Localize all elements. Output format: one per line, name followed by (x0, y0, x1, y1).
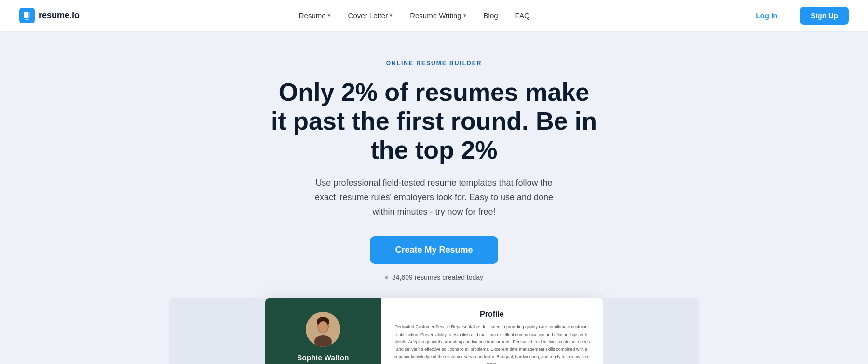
main-header: resume.io Resume ▾ Cover Letter ▾ Resume… (0, 0, 868, 31)
resume-right-panel: Profile Dedicated Customer Service Repre… (381, 298, 603, 364)
hero-section: ONLINE RESUME BUILDER Only 2% of resumes… (0, 31, 868, 364)
resume-profile-text: Dedicated Customer Service Representativ… (393, 324, 591, 364)
nav-divider (792, 9, 792, 22)
resume-bg-left (169, 298, 265, 364)
login-button[interactable]: Log In (749, 8, 784, 24)
nav-item-blog[interactable]: Blog (477, 8, 505, 24)
resume-bg-right (603, 298, 699, 364)
resume-person-name: Sophie Walton (297, 353, 349, 362)
svg-rect-2 (24, 12, 30, 18)
avatar-image (306, 312, 340, 347)
resume-preview-wrapper: Sophie Walton CUSTOMER SERVICEREPRESENTA… (10, 298, 858, 364)
logo[interactable]: resume.io (19, 8, 80, 23)
resume-count: 34,609 resumes created today (10, 273, 858, 281)
hero-title: Only 2% of resumes make it past the firs… (270, 78, 598, 164)
resume-left-panel: Sophie Walton CUSTOMER SERVICEREPRESENTA… (265, 298, 381, 364)
cta-button[interactable]: Create My Resume (370, 236, 498, 264)
hero-eyebrow: ONLINE RESUME BUILDER (10, 60, 858, 67)
avatar (306, 312, 340, 347)
nav-item-resume[interactable]: Resume ▾ (292, 8, 338, 24)
chevron-down-icon: ▾ (390, 13, 393, 19)
chevron-down-icon: ▾ (463, 13, 466, 19)
logo-text: resume.io (39, 11, 80, 21)
nav-item-faq[interactable]: FAQ (509, 8, 537, 24)
hero-subtitle: Use professional field-tested resume tem… (306, 176, 562, 219)
svg-point-8 (318, 321, 328, 333)
count-dot-icon (385, 276, 388, 279)
main-nav: Resume ▾ Cover Letter ▾ Resume Writing ▾… (292, 8, 537, 24)
signup-button[interactable]: Sign Up (800, 7, 849, 25)
svg-rect-3 (25, 19, 29, 20)
nav-item-cover-letter[interactable]: Cover Letter ▾ (341, 8, 400, 24)
resume-card: Sophie Walton CUSTOMER SERVICEREPRESENTA… (265, 298, 603, 364)
logo-icon (19, 8, 35, 23)
nav-item-resume-writing[interactable]: Resume Writing ▾ (403, 8, 473, 24)
nav-right: Log In Sign Up (749, 7, 849, 25)
resume-profile-heading: Profile (393, 310, 591, 319)
chevron-down-icon: ▾ (328, 13, 331, 19)
